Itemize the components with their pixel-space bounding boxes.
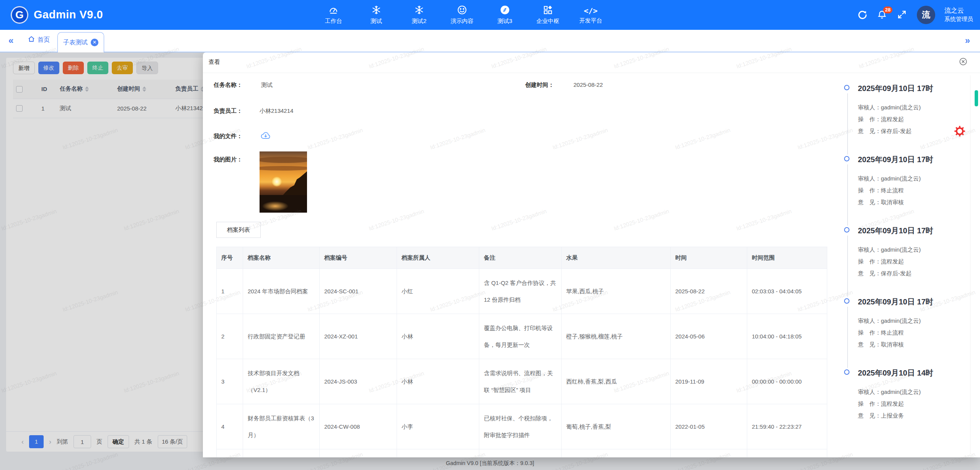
opinion-value: 取消审核 [881, 199, 904, 205]
timeline-connector [847, 93, 848, 154]
opinion-value: 保存后-发起 [881, 128, 911, 134]
reviewer-label: 审核人： [858, 175, 881, 182]
tab-bar: « 首页 子表测试 ✕ » [0, 30, 980, 52]
nav-item-label: 演示内容 [451, 18, 474, 25]
my-images-label: 我的图片： [214, 156, 242, 163]
task-name-value: 测试 [261, 81, 273, 89]
nav-item-test3[interactable]: 测试3 [489, 0, 521, 30]
timeline-connector [847, 307, 848, 368]
timeline-date: 2025年09月10日 17时 [858, 297, 933, 307]
view-modal: 查看 任务名称： 测试 创建时间： 2025-08-22 负责员工： 小林213… [203, 52, 980, 457]
cell-remark: 含 Q1-Q2 客户合作协议，共 12 份原件归档 [479, 269, 562, 314]
top-navbar: G Gadmin V9.0 工作台 测试 测试2 演示内容 测试3 企业中枢 <… [0, 0, 980, 30]
cell-archive-name: 财务部员工薪资核算表（3 月） [243, 404, 320, 449]
settings-gear-icon[interactable] [954, 125, 965, 137]
fullscreen-icon [897, 14, 907, 21]
photo-cloud [260, 157, 307, 163]
nav-item-test[interactable]: 测试 [361, 0, 392, 30]
nav-item-test2[interactable]: 测试2 [403, 0, 435, 30]
grid-icon [543, 5, 553, 16]
cell-time: 2022-01-05 [671, 404, 747, 449]
col-time-range: 时间范围 [747, 247, 827, 269]
reviewer-value: gadmin(流之云) [881, 389, 921, 395]
opinion-label: 意 见： [858, 270, 881, 276]
reviewer-value: gadmin(流之云) [881, 175, 921, 182]
archive-table: 序号 档案名称 档案编号 档案所属人 备注 水果 时间 时间范围 1 2024 … [216, 247, 827, 457]
tab-home[interactable]: 首页 [28, 35, 50, 44]
cell-remark: 含需求说明书、流程图，关联 “智慧园区” 项目 [479, 359, 562, 404]
cell-time: 2019-11-09 [671, 359, 747, 404]
fullscreen-button[interactable] [897, 10, 908, 20]
tab-subtable-test[interactable]: 子表测试 ✕ [57, 32, 104, 52]
snowflake-icon [414, 5, 424, 16]
nav-item-dev-platform[interactable]: </> 开发平台 [575, 0, 606, 30]
action-value: 终止流程 [881, 329, 904, 336]
timeline-connector [847, 236, 848, 297]
timeline-details: 审核人：gadmin(流之云) 操 作：流程发起 意 见：上报业务 [858, 386, 921, 421]
col-archive-owner: 档案所属人 [397, 247, 479, 269]
owner-label: 负责员工： [214, 107, 242, 115]
action-label: 操 作： [858, 116, 881, 122]
cell-archive-owner: 小李 [397, 404, 479, 449]
opinion-label: 意 见： [858, 199, 881, 205]
archive-row: 1 2024 年市场部合同档案 2024-SC-001 小红 含 Q1-Q2 客… [217, 269, 827, 314]
timeline-date: 2025年09月10日 14时 [858, 368, 933, 378]
action-label: 操 作： [858, 187, 881, 194]
archive-row: 2 行政部固定资产登记册 2024-XZ-001 小林 覆盖办公电脑、打印机等设… [217, 314, 827, 359]
cell-archive-no: 2024-SC-001 [320, 269, 397, 314]
photo-reflection [262, 201, 289, 211]
cell-fruit: 葡萄,桃子,香蕉,梨 [562, 404, 671, 449]
sunset-photo-thumbnail[interactable] [260, 151, 307, 213]
app-title: Gadmin V9.0 [34, 8, 103, 21]
timeline-dot-icon [844, 369, 849, 375]
tab-close-icon[interactable]: ✕ [91, 39, 98, 46]
timeline-connector [847, 164, 848, 226]
nav-item-label: 测试3 [498, 18, 512, 25]
home-icon [28, 35, 35, 44]
reviewer-value: gadmin(流之云) [881, 317, 921, 324]
scrollbar-track [970, 75, 970, 454]
bell-icon [877, 14, 887, 21]
col-fruit: 水果 [562, 247, 671, 269]
close-icon [959, 60, 967, 67]
timeline-date: 2025年09月10日 17时 [858, 83, 933, 94]
opinion-value: 取消审核 [881, 341, 904, 348]
user-role: 系统管理员 [944, 15, 973, 23]
timeline-dot-icon [844, 156, 849, 161]
cloud-download-icon[interactable] [260, 130, 271, 141]
user-name: 流之云 [944, 7, 973, 15]
nav-item-enterprise-hub[interactable]: 企业中枢 [532, 0, 564, 30]
opinion-label: 意 见： [858, 412, 881, 419]
nav-item-workbench[interactable]: 工作台 [318, 0, 349, 30]
cell-time-range: 00:00:00 - 00:00:00 [747, 359, 827, 404]
modal-close-button[interactable] [959, 57, 967, 66]
nav-item-demo[interactable]: 演示内容 [446, 0, 478, 30]
my-files-label: 我的文件： [214, 133, 242, 140]
refresh-button[interactable] [857, 10, 868, 20]
cell-archive-name: 行政部固定资产登记册 [243, 314, 320, 359]
user-avatar[interactable]: 流 [917, 6, 935, 24]
cell-archive-owner: 小林 [397, 359, 479, 404]
nav-item-label: 测试 [371, 18, 382, 25]
cell-fruit: 西红柿,香蕉,梨,西瓜 [562, 359, 671, 404]
action-value: 终止流程 [881, 187, 904, 194]
tab-archive-list[interactable]: 档案列表 [216, 222, 261, 238]
archive-row-clipped [217, 449, 827, 458]
tab-active-label: 子表测试 [63, 39, 88, 47]
scrollbar-thumb[interactable] [975, 90, 978, 106]
owner-value: 小林2134214 [260, 107, 293, 115]
timeline-date: 2025年09月10日 17时 [858, 226, 933, 236]
cell-time: 2024-05-06 [671, 314, 747, 359]
user-info[interactable]: 流之云 系统管理员 [944, 7, 973, 23]
created-value: 2025-08-22 [573, 81, 603, 88]
reviewer-value: gadmin(流之云) [881, 246, 921, 253]
reviewer-label: 审核人： [858, 104, 881, 111]
photo-sun [272, 177, 282, 187]
timeline-date: 2025年09月10日 17时 [858, 154, 933, 165]
notifications-button[interactable]: 28 [877, 10, 888, 20]
action-label: 操 作： [858, 258, 881, 265]
opinion-label: 意 见： [858, 128, 881, 134]
tabs-expand-button[interactable]: » [965, 36, 970, 45]
action-value: 流程发起 [881, 258, 904, 265]
tabs-collapse-button[interactable]: « [8, 36, 13, 45]
